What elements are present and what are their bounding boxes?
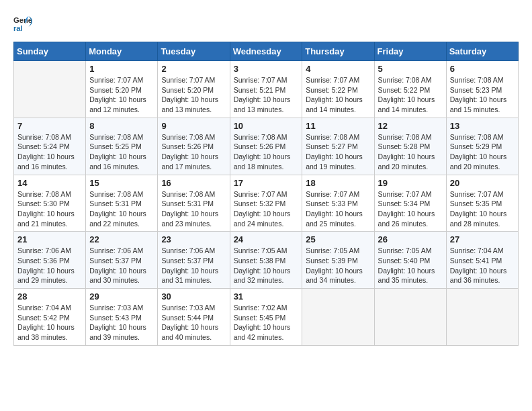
sunrise-label: Sunrise: 7:08 AM [161,190,215,198]
sunrise-label: Sunrise: 7:07 AM [306,190,359,198]
sunset-label: Sunset: 5:20 PM [89,86,142,94]
daylight-label: Daylight: 10 hours and 32 minutes. [234,267,291,285]
sunset-label: Sunset: 5:34 PM [378,199,431,208]
day-info: Sunrise: 7:05 AM Sunset: 5:39 PM Dayligh… [306,246,370,285]
day-info: Sunrise: 7:04 AM Sunset: 5:42 PM Dayligh… [17,303,82,342]
sunrise-label: Sunrise: 7:08 AM [306,133,359,141]
calendar-cell: 10 Sunrise: 7:08 AM Sunset: 5:26 PM Dayl… [230,118,302,175]
daylight-label: Daylight: 10 hours and 20 minutes. [450,152,507,171]
daylight-label: Daylight: 10 hours and 38 minutes. [17,323,75,341]
calendar-week-3: 14 Sunrise: 7:08 AM Sunset: 5:30 PM Dayl… [14,175,519,232]
day-number: 25 [306,234,370,244]
day-number: 6 [450,64,515,74]
day-info: Sunrise: 7:08 AM Sunset: 5:24 PM Dayligh… [17,132,82,172]
weekday-header-sunday: Sunday [14,42,86,61]
day-number: 12 [378,121,443,131]
sunset-label: Sunset: 5:26 PM [234,142,286,150]
calendar-cell: 2 Sunrise: 7:07 AM Sunset: 5:20 PM Dayli… [158,61,230,118]
day-number: 29 [89,291,154,302]
logo-icon: Gene ral [13,13,35,35]
sunset-label: Sunset: 5:39 PM [306,257,358,265]
day-number: 23 [161,234,226,244]
day-info: Sunrise: 7:06 AM Sunset: 5:36 PM Dayligh… [17,246,82,285]
sunset-label: Sunset: 5:32 PM [234,199,286,208]
calendar-cell: 31 Sunrise: 7:02 AM Sunset: 5:45 PM Dayl… [230,289,302,346]
day-info: Sunrise: 7:05 AM Sunset: 5:40 PM Dayligh… [378,246,443,285]
sunset-label: Sunset: 5:43 PM [89,314,142,322]
calendar-header: SundayMondayTuesdayWednesdayThursdayFrid… [14,42,519,61]
daylight-label: Daylight: 10 hours and 39 minutes. [89,323,146,341]
calendar-cell: 26 Sunrise: 7:05 AM Sunset: 5:40 PM Dayl… [374,232,446,289]
day-number: 1 [89,64,154,74]
calendar-week-5: 28 Sunrise: 7:04 AM Sunset: 5:42 PM Dayl… [14,289,519,346]
daylight-label: Daylight: 10 hours and 42 minutes. [234,323,291,341]
daylight-label: Daylight: 10 hours and 17 minutes. [161,152,218,171]
sunset-label: Sunset: 5:25 PM [89,142,142,150]
calendar-cell [302,289,374,346]
day-number: 11 [306,121,370,131]
sunrise-label: Sunrise: 7:06 AM [161,246,215,255]
day-number: 20 [450,178,515,188]
sunrise-label: Sunrise: 7:08 AM [17,133,71,141]
daylight-label: Daylight: 10 hours and 22 minutes. [89,210,146,228]
day-info: Sunrise: 7:08 AM Sunset: 5:31 PM Dayligh… [89,189,154,229]
day-number: 21 [17,234,82,244]
sunrise-label: Sunrise: 7:08 AM [89,190,143,198]
sunset-label: Sunset: 5:29 PM [450,142,502,150]
sunrise-label: Sunrise: 7:05 AM [234,246,287,255]
day-info: Sunrise: 7:06 AM Sunset: 5:37 PM Dayligh… [161,246,226,285]
day-number: 18 [306,178,370,188]
calendar-week-4: 21 Sunrise: 7:06 AM Sunset: 5:36 PM Dayl… [14,232,519,289]
daylight-label: Daylight: 10 hours and 31 minutes. [161,267,218,285]
day-info: Sunrise: 7:08 AM Sunset: 5:30 PM Dayligh… [17,189,82,229]
sunrise-label: Sunrise: 7:07 AM [306,76,359,84]
daylight-label: Daylight: 10 hours and 13 minutes. [234,95,291,113]
calendar-cell: 7 Sunrise: 7:08 AM Sunset: 5:24 PM Dayli… [14,118,86,175]
sunrise-label: Sunrise: 7:07 AM [234,76,287,84]
calendar-table: SundayMondayTuesdayWednesdayThursdayFrid… [13,42,519,346]
day-info: Sunrise: 7:08 AM Sunset: 5:25 PM Dayligh… [89,132,154,172]
weekday-row: SundayMondayTuesdayWednesdayThursdayFrid… [14,42,519,61]
weekday-header-friday: Friday [374,42,446,61]
calendar-cell [446,289,518,346]
day-info: Sunrise: 7:06 AM Sunset: 5:37 PM Dayligh… [89,246,154,285]
daylight-label: Daylight: 10 hours and 14 minutes. [378,95,435,113]
day-number: 16 [161,178,226,188]
calendar-cell: 11 Sunrise: 7:08 AM Sunset: 5:27 PM Dayl… [302,118,374,175]
daylight-label: Daylight: 10 hours and 24 minutes. [234,210,291,228]
calendar-cell: 17 Sunrise: 7:07 AM Sunset: 5:32 PM Dayl… [230,175,302,232]
day-number: 28 [17,291,82,302]
day-info: Sunrise: 7:05 AM Sunset: 5:38 PM Dayligh… [234,246,299,285]
day-info: Sunrise: 7:02 AM Sunset: 5:45 PM Dayligh… [234,303,299,342]
calendar-cell: 12 Sunrise: 7:08 AM Sunset: 5:28 PM Dayl… [374,118,446,175]
sunset-label: Sunset: 5:45 PM [234,314,286,322]
calendar-cell: 16 Sunrise: 7:08 AM Sunset: 5:31 PM Dayl… [158,175,230,232]
sunset-label: Sunset: 5:30 PM [17,199,70,208]
day-info: Sunrise: 7:07 AM Sunset: 5:22 PM Dayligh… [306,75,370,115]
sunrise-label: Sunrise: 7:08 AM [89,133,143,141]
day-info: Sunrise: 7:08 AM Sunset: 5:29 PM Dayligh… [450,132,515,172]
sunset-label: Sunset: 5:33 PM [306,199,358,208]
calendar-cell: 8 Sunrise: 7:08 AM Sunset: 5:25 PM Dayli… [86,118,158,175]
day-info: Sunrise: 7:07 AM Sunset: 5:32 PM Dayligh… [234,189,299,229]
day-number: 17 [234,178,299,188]
logo: Gene ral [13,13,39,35]
day-number: 15 [89,178,154,188]
day-number: 31 [234,291,299,302]
daylight-label: Daylight: 10 hours and 35 minutes. [378,267,435,285]
calendar-cell: 20 Sunrise: 7:07 AM Sunset: 5:35 PM Dayl… [446,175,518,232]
day-info: Sunrise: 7:08 AM Sunset: 5:26 PM Dayligh… [234,132,299,172]
day-info: Sunrise: 7:08 AM Sunset: 5:28 PM Dayligh… [378,132,443,172]
calendar-cell: 24 Sunrise: 7:05 AM Sunset: 5:38 PM Dayl… [230,232,302,289]
day-number: 22 [89,234,154,244]
sunset-label: Sunset: 5:31 PM [161,199,214,208]
daylight-label: Daylight: 10 hours and 16 minutes. [89,152,146,171]
sunset-label: Sunset: 5:23 PM [450,86,502,94]
weekday-header-thursday: Thursday [302,42,374,61]
sunrise-label: Sunrise: 7:07 AM [234,190,287,198]
sunset-label: Sunset: 5:41 PM [450,257,502,265]
day-info: Sunrise: 7:03 AM Sunset: 5:43 PM Dayligh… [89,303,154,342]
daylight-label: Daylight: 10 hours and 40 minutes. [161,323,218,341]
sunrise-label: Sunrise: 7:07 AM [378,190,432,198]
calendar-week-2: 7 Sunrise: 7:08 AM Sunset: 5:24 PM Dayli… [14,118,519,175]
